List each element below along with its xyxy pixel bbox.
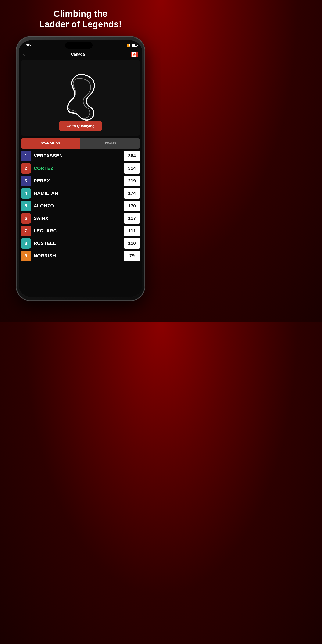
status-bar: 1:05 📶	[19, 40, 142, 49]
tab-standings[interactable]: STANDINGS	[20, 138, 80, 148]
track-area: Go to Qualifying	[20, 60, 140, 136]
dynamic-island	[65, 42, 92, 48]
points-badge: 170	[124, 200, 140, 211]
driver-name: HAMILTAN	[34, 191, 121, 196]
position-badge: 9	[20, 250, 31, 261]
position-badge: 2	[20, 163, 31, 174]
driver-name: SAINX	[34, 216, 121, 221]
position-badge: 4	[20, 188, 31, 199]
position-badge: 8	[20, 238, 31, 249]
status-time: 1:05	[24, 44, 31, 47]
points-badge: 111	[124, 226, 140, 236]
table-row: 4HAMILTAN174	[20, 188, 140, 199]
points-badge: 364	[124, 150, 140, 161]
page-title: Climbing the Ladder of Legends!	[31, 8, 130, 30]
points-badge: 219	[124, 176, 140, 186]
table-row: 3PEREX219	[20, 175, 140, 187]
table-row: 6SAINX117	[20, 213, 140, 224]
position-badge: 3	[20, 176, 31, 186]
nav-bar: ‹ Canada 🍁	[19, 49, 142, 60]
driver-name: LECLARC	[34, 228, 121, 234]
wifi-icon: 📶	[127, 44, 130, 47]
side-button	[145, 79, 145, 92]
driver-name: ALONZO	[34, 203, 121, 209]
track-svg	[51, 68, 110, 127]
phone-device: 1:05 📶 ‹ Canada 🍁	[16, 36, 145, 301]
volume-up-button	[16, 75, 16, 83]
position-badge: 1	[20, 150, 31, 161]
driver-name: NORRISH	[34, 253, 121, 259]
nav-title: Canada	[71, 52, 85, 56]
standings-list: 1VERTASSEN3642CORTEZ3143PEREX2194HAMILTA…	[19, 150, 142, 262]
points-badge: 314	[124, 163, 140, 174]
table-row: 8RUSTELL110	[20, 238, 140, 249]
driver-name: PEREX	[34, 178, 121, 184]
canada-flag: 🍁	[131, 52, 138, 57]
status-icons: 📶	[127, 44, 137, 47]
go-to-qualifying-button[interactable]: Go to Qualifying	[59, 121, 102, 131]
table-row: 1VERTASSEN364	[20, 150, 140, 162]
position-badge: 5	[20, 200, 31, 211]
battery-icon	[132, 44, 137, 46]
table-row: 5ALONZO170	[20, 200, 140, 212]
volume-down-button	[16, 85, 16, 94]
back-button[interactable]: ‹	[23, 52, 25, 58]
points-badge: 79	[124, 250, 140, 261]
driver-name: CORTEZ	[34, 166, 121, 171]
table-row: 2CORTEZ314	[20, 163, 140, 174]
driver-name: VERTASSEN	[34, 153, 121, 159]
tab-bar: STANDINGS TEAMS	[20, 138, 140, 148]
points-badge: 174	[124, 188, 140, 199]
points-badge: 110	[124, 238, 140, 249]
tab-teams[interactable]: TEAMS	[80, 138, 140, 148]
driver-name: RUSTELL	[34, 241, 121, 246]
position-badge: 6	[20, 213, 31, 224]
position-badge: 7	[20, 226, 31, 236]
phone-screen: 1:05 📶 ‹ Canada 🍁	[19, 40, 142, 297]
points-badge: 117	[124, 213, 140, 224]
table-row: 9NORRISH79	[20, 250, 140, 262]
maple-leaf-icon: 🍁	[132, 53, 136, 56]
table-row: 7LECLARC111	[20, 225, 140, 237]
